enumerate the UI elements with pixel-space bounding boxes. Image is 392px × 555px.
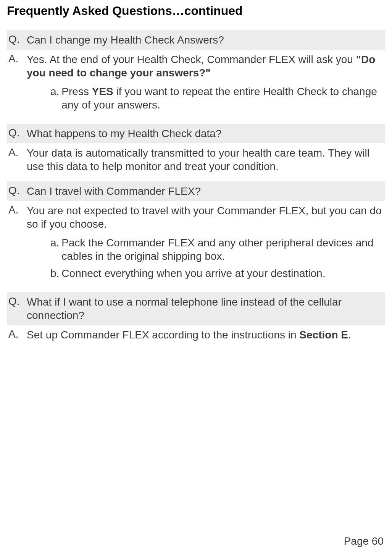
answer-pre: Yes. At the end of your Health Check, Co…	[27, 53, 356, 65]
answer-row: A. Yes. At the end of your Health Check,…	[7, 50, 385, 118]
question-label: Q.	[7, 127, 27, 140]
sub-item: a. Pack the Commander FLEX and any other…	[50, 236, 382, 263]
sub-list: a. Press YES if you want to repeat the e…	[27, 85, 382, 112]
answer-row: A. Your data is automatically transmitte…	[7, 143, 385, 176]
question-label: Q.	[7, 295, 27, 322]
answer-pre: You are not expected to travel with your…	[27, 205, 382, 230]
faq-item: Q. Can I change my Health Check Answers?…	[7, 30, 385, 118]
answer-row: A. You are not expected to travel with y…	[7, 201, 385, 287]
page-title: Frequently Asked Questions…continued	[7, 4, 385, 18]
answer-label: A.	[7, 204, 27, 284]
answer-row: A. Set up Commander FLEX according to th…	[7, 325, 385, 345]
sub-item-text: Connect everything when you arrive at yo…	[61, 267, 382, 280]
answer-label: A.	[7, 328, 27, 341]
question-text: Can I change my Health Check Answers?	[27, 33, 385, 47]
sub-bold: YES	[92, 86, 113, 97]
answer-text: Set up Commander FLEX according to the i…	[27, 328, 385, 341]
question-label: Q.	[7, 33, 27, 47]
question-text: Can I travel with Commander FLEX?	[27, 184, 385, 198]
sub-item: b. Connect everything when you arrive at…	[50, 267, 382, 280]
answer-text: Yes. At the end of your Health Check, Co…	[27, 53, 385, 115]
faq-item: Q. What if I want to use a normal teleph…	[7, 292, 385, 345]
question-row: Q. Can I change my Health Check Answers?	[7, 30, 385, 50]
answer-text: You are not expected to travel with your…	[27, 204, 385, 284]
sub-item-text: Pack the Commander FLEX and any other pe…	[61, 236, 382, 263]
question-label: Q.	[7, 184, 27, 198]
answer-text: Your data is automatically transmitted t…	[27, 146, 385, 173]
answer-pre: Set up Commander FLEX according to the i…	[27, 329, 299, 341]
sub-pre: Pack the Commander FLEX and any other pe…	[61, 237, 373, 262]
page-number: Page 60	[344, 535, 384, 547]
question-row: Q. What if I want to use a normal teleph…	[7, 292, 385, 325]
sub-item: a. Press YES if you want to repeat the e…	[50, 85, 382, 112]
answer-label: A.	[7, 53, 27, 115]
sub-item-label: b.	[50, 267, 61, 280]
answer-bold: Section E	[299, 329, 348, 341]
sub-item-label: a.	[50, 85, 61, 112]
answer-post: .	[348, 329, 351, 341]
faq-item: Q. Can I travel with Commander FLEX? A. …	[7, 181, 385, 287]
answer-pre: Your data is automatically transmitted t…	[27, 147, 369, 172]
faq-item: Q. What happens to my Health Check data?…	[7, 124, 385, 176]
sub-list: a. Pack the Commander FLEX and any other…	[27, 236, 382, 280]
question-row: Q. Can I travel with Commander FLEX?	[7, 181, 385, 201]
sub-pre: Press	[61, 86, 92, 97]
answer-label: A.	[7, 146, 27, 173]
question-row: Q. What happens to my Health Check data?	[7, 124, 385, 143]
question-text: What happens to my Health Check data?	[27, 127, 385, 140]
sub-pre: Connect everything when you arrive at yo…	[61, 267, 325, 279]
sub-item-text: Press YES if you want to repeat the enti…	[61, 85, 382, 112]
question-text: What if I want to use a normal telephone…	[27, 295, 385, 322]
sub-item-label: a.	[50, 236, 61, 263]
